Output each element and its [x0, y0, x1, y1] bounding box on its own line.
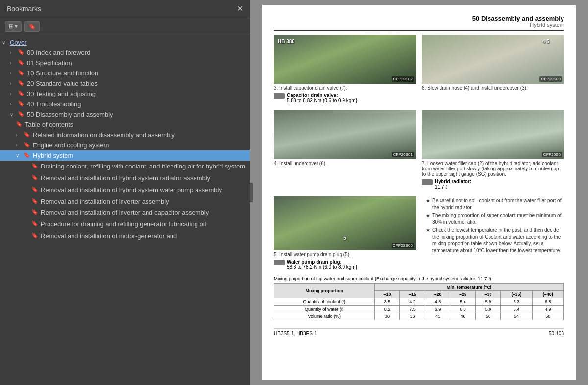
page-header-title: 50 Disassembly and assembly [472, 15, 564, 22]
chevron-icon[interactable]: › [10, 100, 18, 107]
table-header-mixing: Mixing proportion [274, 284, 375, 298]
index-label: 00 Index and foreword [27, 49, 247, 56]
tree-item-removal-radiator[interactable]: 🔖 Removal and installation of hybrid sys… [0, 172, 250, 184]
bookmark-icon: 🔖 [16, 121, 23, 127]
bookmark-icon: 🔖 [18, 100, 24, 107]
cover-label: Cover [10, 39, 247, 46]
chevron-icon[interactable]: › [10, 90, 18, 96]
tree-item-structure[interactable]: › 🔖 10 Structure and function [0, 68, 250, 78]
bookmarks-list: ∨ Cover › 🔖 00 Index and foreword › 🔖 01… [0, 35, 250, 385]
table-header-min-temp: Min. temperature (°C) [374, 284, 564, 291]
disassembly-label: 50 Disassembly and assembly [27, 111, 247, 118]
table-col-m25: –25 [450, 291, 476, 298]
star-note-2: ★The mixing proportion of super coolant … [426, 212, 564, 226]
img-caption-1: 3. Install capacitor drain valve (7). [274, 85, 416, 91]
star-note-1: ★Be careful not to spill coolant out fro… [426, 197, 564, 211]
tree-item-procedure-drain[interactable]: 🔖 Procedure for draining and refilling g… [0, 218, 250, 230]
tree-item-standard[interactable]: › 🔖 20 Standard value tables [0, 78, 250, 89]
tree-item-testing[interactable]: › 🔖 30 Testing and adjusting [0, 89, 250, 99]
tree-item-draining[interactable]: 🔖 Draining coolant, refilling with coola… [0, 161, 250, 172]
tree-item-removal-water-pump[interactable]: 🔖 Removal and installation of hybrid sys… [0, 184, 250, 196]
page-footer: HB3S5-1, HB3ES-1 50-103 [274, 328, 564, 336]
table-row-volume: Volume ratio (%) 30 36 41 46 50 54 58 [274, 313, 564, 320]
img-caption-5: 5. Install water pump drain plug (5). [274, 252, 416, 257]
bookmark-icon: 🔖 [31, 209, 38, 215]
bookmark-icon: 🔖 [31, 198, 38, 204]
bookmark-icon: 🔖 [18, 70, 24, 76]
instruction-note-4: Hybrid radiator:11.7 ℓ [422, 179, 564, 190]
image-placeholder-3: CPP20S01 [274, 110, 416, 159]
table-intro: Mixing proportion of tap water and super… [274, 276, 564, 281]
tree-item-disassembly[interactable]: ∨ 🔖 50 Disassembly and assembly [0, 109, 250, 120]
tree-item-spec[interactable]: › 🔖 01 Specification [0, 58, 250, 68]
bookmark-icon: 🔖 [18, 90, 24, 96]
troubleshooting-label: 40 Troubleshooting [27, 100, 247, 108]
table-label-volume: Volume ratio (%) [274, 313, 375, 320]
photo-label-4: CPP20S6 [542, 152, 562, 157]
grid-view-button[interactable]: ⊞ ▾ [5, 21, 22, 32]
chevron-icon[interactable]: › [16, 142, 24, 148]
table-label-water: Quantity of water (ℓ) [274, 306, 375, 313]
bookmark-icon: 🔖 [18, 111, 24, 117]
tree-item-toc[interactable]: 🔖 Table of contents [0, 120, 250, 130]
star-notes-block: ★Be careful not to spill coolant out fro… [422, 196, 564, 272]
grid-icon: ⊞ [9, 23, 14, 30]
chevron-icon[interactable]: › [10, 59, 18, 66]
table-col-m15: –15 [400, 291, 425, 298]
table-col-m30: –30 [475, 291, 501, 298]
img-caption-4: 7. Loosen water filler cap (2) of the hy… [422, 161, 564, 177]
bookmarks-header: Bookmarks ✕ [0, 0, 250, 18]
table-row-coolant: Quantity of coolant (ℓ) 3.5 4.2 4.8 5.4 … [274, 298, 564, 306]
image-placeholder-4: CPP20S6 [422, 110, 564, 159]
bookmark-icon: 🔖 [31, 220, 38, 227]
image-placeholder-5: 5 CPP2SS00 [274, 196, 416, 250]
tree-item-removal-inverter[interactable]: 🔖 Removal and installation of inverter a… [0, 196, 250, 207]
document-page: 50 Disassembly and assembly Hybrid syste… [262, 5, 576, 380]
testing-label: 30 Testing and adjusting [27, 90, 247, 97]
related-label: Related information on disassembly and a… [33, 131, 247, 139]
eq-number-1: HB 380 [278, 39, 294, 44]
note-text-1: Capacitor drain valve:5.88 to 8.82 Nm (0… [287, 93, 357, 103]
chevron-icon[interactable]: › [10, 80, 18, 86]
chevron-icon[interactable]: › [10, 49, 18, 55]
bookmark-icon: 🔖 [18, 49, 24, 55]
grid-dropdown-icon: ▾ [15, 23, 18, 30]
tree-item-engine[interactable]: › 🔖 Engine and cooling system [0, 140, 250, 150]
removal-motor-gen-label: Removal and installation of motor-genera… [41, 232, 177, 241]
tree-item-index[interactable]: › 🔖 00 Index and foreword [0, 48, 250, 58]
instruction-note-5: Water pump drain plug:58.6 to 78.2 Nm (6… [274, 259, 416, 270]
tree-item-troubleshooting[interactable]: › 🔖 40 Troubleshooting [0, 99, 250, 109]
image-placeholder-1: HB 380 CPP20S02 [274, 35, 416, 84]
chevron-icon[interactable]: ∨ [16, 152, 24, 158]
tree-item-cover[interactable]: ∨ Cover [0, 37, 250, 48]
spec-label: 01 Specification [27, 59, 247, 67]
images-middle-row: CPP20S01 4. Install undercover (6). CPP2… [274, 110, 564, 192]
bookmark-icon: 🔖 [24, 131, 30, 138]
note-icon-5 [274, 260, 285, 265]
instruction-note-1: Capacitor drain valve:5.88 to 8.82 Nm (0… [274, 93, 416, 103]
add-bookmark-button[interactable]: 🔖 [24, 21, 40, 32]
footer-right: 50-103 [549, 331, 564, 336]
mixing-table: Mixing proportion Min. temperature (°C) … [274, 283, 564, 320]
bookmark-icon: 🔖 [24, 142, 30, 148]
tree-item-removal-motor-gen[interactable]: 🔖 Removal and installation of motor-gene… [0, 230, 250, 242]
document-scroll[interactable]: 50 Disassembly and assembly Hybrid syste… [250, 0, 588, 385]
bookmark-icon: 🔖 [18, 59, 24, 66]
page-header-right: 50 Disassembly and assembly Hybrid syste… [472, 15, 564, 28]
bookmarks-close-button[interactable]: ✕ [237, 5, 243, 13]
img-caption-2: 6. Slow drain hose (4) and install under… [422, 85, 564, 91]
collapse-handle[interactable]: ‹ [250, 183, 253, 202]
table-col-m40: (–40) [532, 291, 564, 298]
tree-item-removal-inverter-cap[interactable]: 🔖 Removal and installation of inverter a… [0, 207, 250, 218]
toc-label: Table of contents [25, 121, 247, 128]
tree-item-hybrid[interactable]: ∨ 🔖 Hybrid system [0, 150, 250, 161]
bookmarks-title: Bookmarks [7, 5, 41, 13]
chevron-icon[interactable]: › [10, 70, 18, 76]
image-block-2: 4 5 CPP20S09 6. Slow drain hose (4) and … [422, 35, 564, 105]
chevron-icon[interactable]: › [16, 131, 24, 138]
tree-item-related[interactable]: › 🔖 Related information on disassembly a… [0, 130, 250, 140]
mixing-table-section: Mixing proportion of tap water and super… [274, 276, 564, 320]
chevron-icon[interactable]: ∨ [2, 39, 10, 45]
chevron-icon[interactable]: ∨ [10, 111, 18, 117]
standard-label: 20 Standard value tables [27, 80, 247, 87]
